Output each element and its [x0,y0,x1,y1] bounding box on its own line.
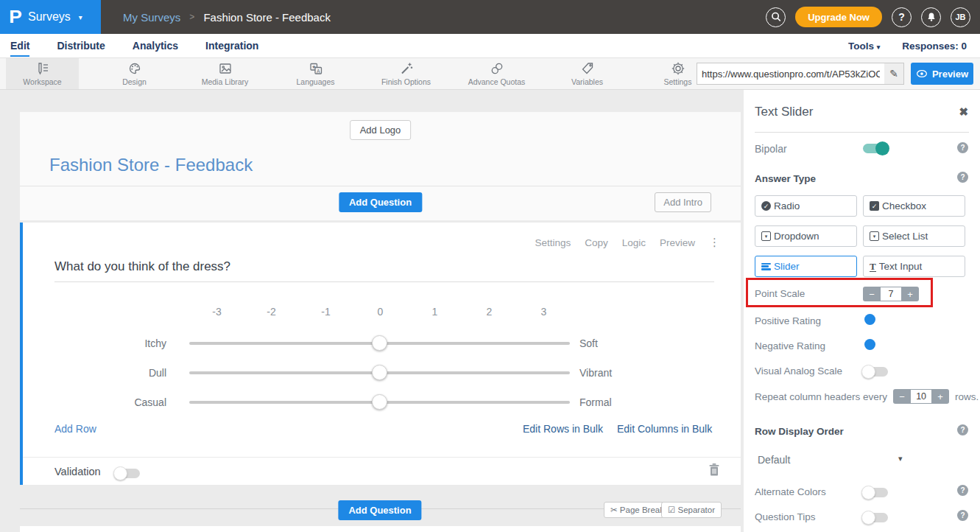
brand-menu[interactable]: P Surveys ▾ [0,0,101,34]
question-settings-link[interactable]: Settings [535,237,571,248]
breadcrumb-my-surveys[interactable]: My Surveys [123,11,180,24]
slider-track[interactable] [189,342,570,345]
separator-button[interactable]: ☑ Separator [661,502,722,518]
chevron-down-icon: ▾ [79,13,82,21]
magic-wand-icon [399,61,414,76]
edit-columns-in-bulk-link[interactable]: Edit Columns in Bulk [617,423,712,435]
tools-dropdown[interactable]: Tools ▾ [848,41,880,52]
add-question-button-bottom[interactable]: Add Question [338,500,421,520]
toolbar-item-finish-options[interactable]: Finish Options [371,58,441,89]
row-display-order-select[interactable]: Default [758,454,790,466]
add-intro-button[interactable]: Add Intro [655,192,711,212]
gear-icon [671,61,685,76]
edit-url-pencil-icon[interactable]: ✎ [884,63,903,84]
scale-label: 1 [423,306,446,318]
page-break-icon: ✂ [610,505,618,514]
question-mark-icon: ? [898,11,905,23]
answer-type-text-input[interactable]: TText Input [863,256,965,277]
user-avatar[interactable]: JB [951,7,970,27]
radio-icon: ✓ [761,201,771,211]
answer-type-dropdown[interactable]: ▾Dropdown [755,225,857,247]
question-tips-toggle[interactable] [863,513,888,522]
row-left-label: Dull [23,367,166,379]
close-icon[interactable]: ✖ [959,105,968,119]
slider-handle[interactable] [372,394,387,410]
responses-count[interactable]: Responses: 0 [902,41,967,52]
repeat-value-input[interactable] [911,389,931,404]
repeat-headers-stepper: − + [893,389,949,404]
tab-analytics[interactable]: Analytics [133,35,178,57]
add-row-link[interactable]: Add Row [54,423,96,435]
bipolar-toggle[interactable] [863,144,888,153]
answer-type-slider[interactable]: Slider [755,256,857,277]
alternate-colors-toggle[interactable] [863,488,888,497]
row-display-order-help-icon[interactable]: ? [957,424,968,435]
svg-text:A: A [317,69,320,74]
edit-rows-in-bulk-link[interactable]: Edit Rows in Bulk [523,423,603,435]
answer-type-checkbox[interactable]: ✓Checkbox [863,195,965,217]
chain-link-icon [490,61,504,76]
tab-distribute[interactable]: Distribute [57,35,105,57]
visual-analog-scale-label: Visual Analog Scale [755,365,842,377]
question-preview-link[interactable]: Preview [660,237,695,248]
survey-title[interactable]: Fashion Store - Feedback [49,155,253,175]
toolbar-item-workspace[interactable]: Workspace [6,58,79,89]
answer-type-select-list[interactable]: ▾Select List [863,225,965,247]
breadcrumb-current: Fashion Store - Feedback [203,11,331,24]
question-tips-help-icon[interactable]: ? [957,510,968,521]
search-icon [769,10,783,24]
validation-label: Validation [54,466,101,477]
answer-type-radio[interactable]: ✓Radio [755,195,857,217]
bipolar-help-icon[interactable]: ? [957,142,968,153]
slider-handle[interactable] [372,365,387,380]
slider-track[interactable] [189,371,570,374]
repeat-increment-button[interactable]: + [931,389,949,404]
visual-analog-scale-toggle[interactable] [863,367,888,377]
question-text[interactable]: What do you think of the dress? [54,259,230,274]
kebab-menu-icon[interactable]: ⋮ [709,236,720,249]
question-logic-link[interactable]: Logic [622,237,646,248]
positive-rating-indicator[interactable] [864,314,875,325]
toolbar-item-media-library[interactable]: Media Library [190,58,260,89]
point-scale-stepper: − + [863,287,919,301]
repeat-decrement-button[interactable]: − [893,389,911,404]
chevron-down-icon[interactable]: ▾ [898,454,903,463]
question-copy-link[interactable]: Copy [585,237,608,248]
delete-question-button[interactable] [708,463,720,480]
chevron-down-icon: ▾ [877,43,881,51]
row-left-label: Casual [23,396,166,408]
tab-integration[interactable]: Integration [205,35,258,57]
slider-row-dull-vibrant: Dull Vibrant [23,358,741,388]
bell-icon [926,11,937,23]
notifications-button[interactable] [921,7,941,27]
help-button[interactable]: ? [892,7,912,27]
point-scale-decrement-button[interactable]: − [863,287,881,301]
toolbar-item-variables[interactable]: Variables [552,58,622,89]
alternate-colors-help-icon[interactable]: ? [957,485,968,496]
answer-type-label: Answer Type [755,173,816,184]
negative-rating-indicator[interactable] [864,339,875,350]
tab-edit[interactable]: Edit [10,35,29,57]
add-question-button-top[interactable]: Add Question [339,192,422,212]
preview-button[interactable]: Preview [911,63,973,85]
toolbar-item-design[interactable]: Design [99,58,169,89]
toolbar-item-advance-quotas[interactable]: Advance Quotas [462,58,532,89]
point-scale-increment-button[interactable]: + [901,287,919,301]
survey-url-input[interactable] [697,69,884,80]
slider-track[interactable] [189,401,570,404]
survey-url-field: ✎ [697,63,904,85]
validation-toggle[interactable] [115,469,140,478]
search-button[interactable] [766,7,786,27]
toolbar-item-languages[interactable]: A★ Languages [281,58,350,89]
answer-type-help-icon[interactable]: ? [957,172,968,183]
add-logo-button[interactable]: Add Logo [350,120,412,140]
question-card: Settings Copy Logic Preview ⋮ What do yo… [20,223,741,485]
palette-icon [127,61,142,76]
trash-icon [708,463,720,477]
point-scale-value-input[interactable] [881,287,901,301]
repeat-headers-row: Repeat column headers every − + rows. [755,389,979,404]
upgrade-now-button[interactable]: Upgrade Now [795,7,882,27]
divider [755,132,969,133]
slider-handle[interactable] [372,335,387,351]
panel-title: Text Slider [755,105,813,119]
